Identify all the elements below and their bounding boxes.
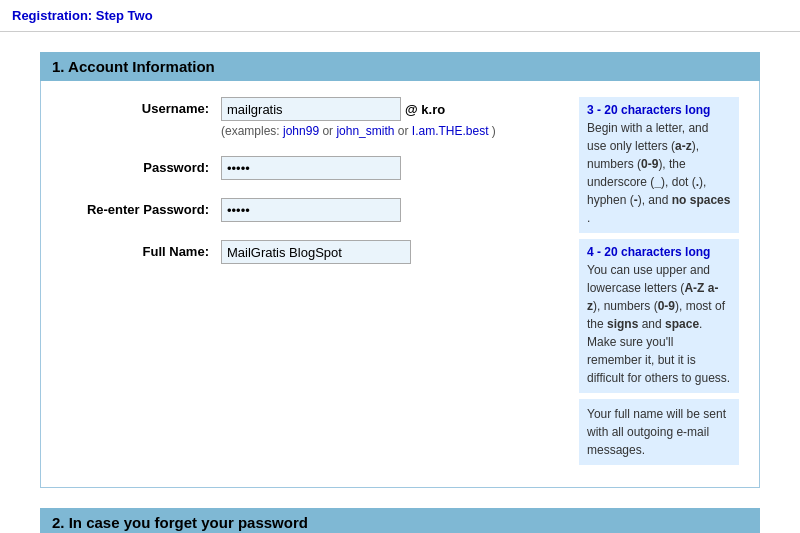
fullname-input[interactable]	[221, 240, 411, 264]
password-input[interactable]	[221, 156, 401, 180]
password-hint-body: You can use upper and lowercase letters …	[587, 263, 730, 385]
password-field-col	[221, 156, 559, 180]
fullname-label: Full Name:	[61, 240, 221, 259]
username-field-col: @ k.ro (examples: john99 or john_smith o…	[221, 97, 559, 138]
username-hint-title: 3 - 20 characters long	[587, 103, 731, 117]
close-paren: )	[488, 124, 495, 138]
account-information-section: 1. Account Information Username: @ k.ro	[40, 52, 760, 488]
password-label: Password:	[61, 156, 221, 175]
username-row: Username: @ k.ro (examples: john99 or jo…	[61, 97, 559, 138]
section1-title: 1. Account Information	[40, 52, 760, 81]
username-examples: (examples: john99 or john_smith or I.am.…	[221, 124, 559, 138]
or2: or	[394, 124, 411, 138]
forgot-password-section: 2. In case you forget your password If y…	[40, 508, 760, 533]
fullname-row: Full Name:	[61, 240, 559, 264]
username-label: Username:	[61, 97, 221, 116]
fullname-hint-body: Your full name will be sent with all out…	[587, 407, 726, 457]
password-row: Password:	[61, 156, 559, 180]
reenter-password-input[interactable]	[221, 198, 401, 222]
or1: or	[319, 124, 336, 138]
username-hint: 3 - 20 characters long Begin with a lett…	[579, 97, 739, 233]
example2-link[interactable]: john_smith	[336, 124, 394, 138]
fullname-hint: Your full name will be sent with all out…	[579, 399, 739, 465]
reenter-password-row: Re-enter Password:	[61, 198, 559, 222]
username-hint-body: Begin with a letter, and use only letter…	[587, 121, 730, 225]
domain-label: @ k.ro	[405, 102, 445, 117]
username-input[interactable]	[221, 97, 401, 121]
example1-link[interactable]: john99	[283, 124, 319, 138]
examples-prefix: (examples:	[221, 124, 283, 138]
password-hint-title: 4 - 20 characters long	[587, 245, 731, 259]
hints-column: 3 - 20 characters long Begin with a lett…	[559, 97, 739, 471]
password-hint: 4 - 20 characters long You can use upper…	[579, 239, 739, 393]
reenter-password-label: Re-enter Password:	[61, 198, 221, 217]
section2-title: 2. In case you forget your password	[40, 508, 760, 533]
page-title: Registration: Step Two	[0, 0, 800, 32]
section1-body: Username: @ k.ro (examples: john99 or jo…	[40, 81, 760, 488]
fullname-field-col	[221, 240, 559, 264]
example3-link[interactable]: I.am.THE.best	[412, 124, 489, 138]
reenter-field-col	[221, 198, 559, 222]
